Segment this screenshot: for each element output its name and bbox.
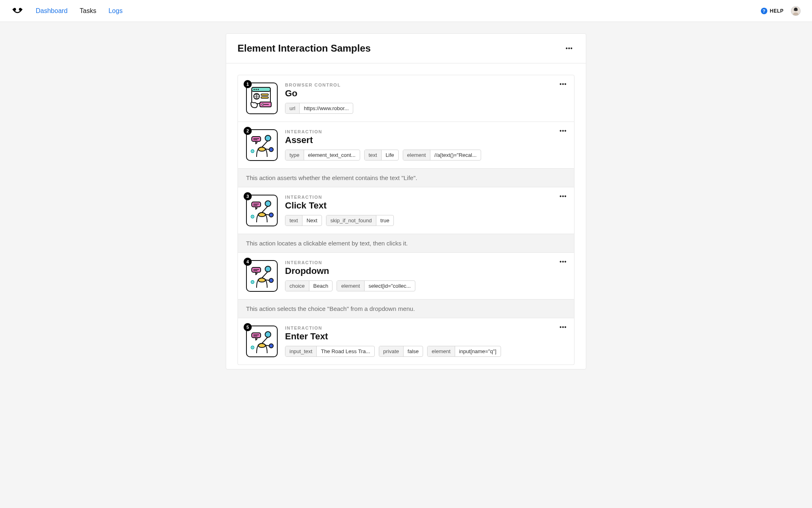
interaction-icon — [246, 195, 278, 226]
step-category: INTERACTION — [285, 195, 566, 200]
svg-line-19 — [262, 141, 268, 147]
param-value: element_text_cont... — [304, 150, 360, 160]
step-title: Go — [285, 88, 566, 99]
svg-point-18 — [269, 148, 273, 152]
interaction-icon — [246, 326, 278, 357]
step[interactable]: •••5 INTERACTIONEnter Textinput_textThe … — [238, 318, 574, 365]
top-bar: DashboardTasksLogs ? HELP — [0, 0, 812, 22]
main-nav: DashboardTasksLogs — [36, 7, 123, 15]
param-value: Life — [382, 150, 398, 160]
svg-point-7 — [256, 89, 257, 90]
svg-point-8 — [258, 89, 259, 90]
svg-point-17 — [265, 135, 271, 141]
nav-item-logs[interactable]: Logs — [108, 7, 123, 15]
avatar[interactable] — [791, 6, 801, 16]
step-more-button[interactable]: ••• — [559, 324, 567, 330]
param-key: url — [285, 103, 300, 113]
svg-rect-10 — [261, 94, 268, 96]
param-key: private — [379, 346, 404, 356]
svg-point-45 — [269, 344, 273, 348]
param-key: text — [285, 215, 302, 226]
step-description: This action locates a clickable element … — [238, 234, 574, 252]
param-key: text — [365, 150, 382, 160]
logo[interactable] — [11, 7, 24, 15]
step-more-button[interactable]: ••• — [559, 193, 567, 200]
nav-item-dashboard[interactable]: Dashboard — [36, 7, 67, 15]
param[interactable]: choiceBeach — [285, 280, 333, 291]
step-params: input_textThe Road Less Tra...privatefal… — [285, 346, 566, 357]
help-label: HELP — [770, 8, 784, 14]
svg-rect-30 — [252, 202, 261, 207]
param[interactable]: urlhttps://www.robor... — [285, 103, 353, 114]
param-value: input[name="q"] — [455, 346, 501, 356]
browser-icon — [246, 82, 278, 114]
svg-rect-48 — [252, 333, 261, 338]
param[interactable]: typeelement_text_cont... — [285, 150, 360, 161]
step-more-button[interactable]: ••• — [559, 258, 567, 265]
task-card: Element Interaction Samples ••• •••1 BRO… — [226, 33, 586, 369]
svg-point-16 — [252, 151, 253, 152]
param-key: type — [285, 150, 304, 160]
param-value: false — [404, 346, 423, 356]
step-params: urlhttps://www.robor... — [285, 103, 566, 114]
param[interactable]: elementselect[id="collec... — [337, 280, 415, 291]
step-more-button[interactable]: ••• — [559, 81, 567, 87]
step-description: This action selects the choice "Beach" f… — [238, 299, 574, 318]
step-category: INTERACTION — [285, 129, 566, 134]
svg-point-36 — [269, 278, 273, 282]
step-category: INTERACTION — [285, 260, 566, 265]
param-key: skip_if_not_found — [326, 215, 376, 226]
param-key: input_text — [285, 346, 317, 356]
param[interactable]: skip_if_not_foundtrue — [326, 215, 394, 226]
svg-rect-21 — [252, 137, 261, 141]
param-key: element — [403, 150, 430, 160]
step-description: This action asserts whether the element … — [238, 168, 574, 187]
param[interactable]: elementinput[name="q"] — [427, 346, 501, 357]
step-params: choiceBeachelementselect[id="collec... — [285, 280, 566, 291]
step-icon-wrap: 1 — [246, 82, 278, 114]
step[interactable]: •••1 BROWSER CONTROLGourlhttps://www.rob… — [238, 75, 574, 122]
step-number-badge: 1 — [244, 80, 252, 88]
svg-rect-39 — [252, 267, 261, 272]
svg-point-44 — [265, 332, 271, 337]
param-value: https://www.robor... — [300, 103, 353, 113]
step-title: Assert — [285, 135, 566, 145]
card-more-button[interactable]: ••• — [564, 43, 574, 53]
step[interactable]: •••3 INTERACTIONClick TexttextNextskip_i… — [238, 187, 574, 253]
param-value: select[id="collec... — [365, 281, 415, 291]
param-value: Next — [302, 215, 322, 226]
step-category: BROWSER CONTROL — [285, 82, 566, 87]
param[interactable]: textLife — [364, 150, 399, 161]
step[interactable]: •••2 INTERACTIONAsserttypeelement_text_c… — [238, 122, 574, 187]
interaction-icon — [246, 260, 278, 292]
step-icon-wrap: 4 — [246, 260, 278, 292]
svg-point-35 — [265, 266, 271, 272]
interaction-icon — [246, 129, 278, 161]
param-value: //a[text()="Recal... — [430, 150, 481, 160]
step[interactable]: •••4 INTERACTIONDropdownchoiceBeacheleme… — [238, 253, 574, 318]
param[interactable]: textNext — [285, 215, 322, 226]
svg-point-43 — [252, 347, 253, 348]
step-params: typeelement_text_cont...textLifeelement/… — [285, 150, 566, 161]
param[interactable]: privatefalse — [379, 346, 423, 357]
param[interactable]: element//a[text()="Recal... — [403, 150, 481, 161]
param-key: choice — [285, 281, 309, 291]
step-icon-wrap: 5 — [246, 326, 278, 357]
step-number-badge: 3 — [244, 192, 252, 200]
card-header: Element Interaction Samples ••• — [226, 34, 586, 63]
nav-item-tasks[interactable]: Tasks — [80, 7, 96, 15]
steps-list: •••1 BROWSER CONTROLGourlhttps://www.rob… — [226, 63, 586, 369]
param-value: The Road Less Tra... — [317, 346, 374, 356]
param-value: Beach — [309, 281, 333, 291]
step-title: Click Text — [285, 200, 566, 211]
svg-rect-11 — [261, 97, 268, 98]
step-number-badge: 2 — [244, 127, 252, 135]
param-key: element — [428, 346, 455, 356]
step-more-button[interactable]: ••• — [559, 128, 567, 134]
help-button[interactable]: ? HELP — [761, 8, 784, 14]
svg-line-28 — [262, 206, 268, 213]
svg-point-26 — [265, 201, 271, 206]
param[interactable]: input_textThe Road Less Tra... — [285, 346, 375, 357]
svg-point-25 — [252, 216, 253, 217]
param-key: element — [337, 281, 364, 291]
